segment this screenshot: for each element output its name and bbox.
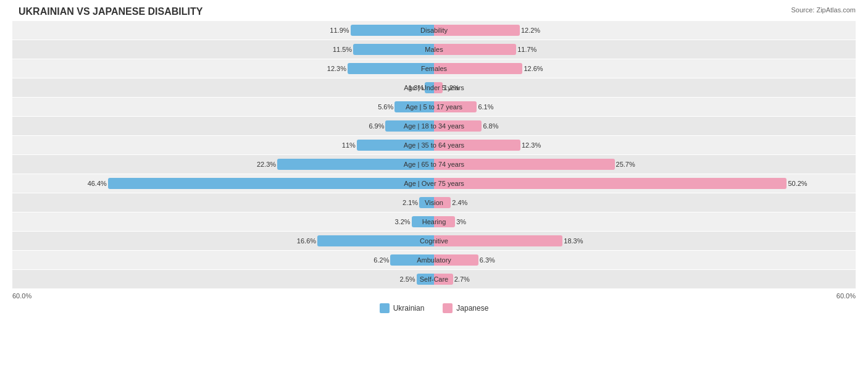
table-row: Age | 5 to 17 years 5.6% 6.1% xyxy=(12,98,856,116)
bar-pink xyxy=(434,44,516,55)
legend-ukrainian: Ukrainian xyxy=(380,303,425,313)
legend-color-japanese xyxy=(443,303,453,313)
table-row: Disability 11.9% 12.2% xyxy=(12,21,856,40)
table-row: Self-Care 2.5% 2.7% xyxy=(12,270,856,288)
val-ukrainian: 11.9% xyxy=(330,27,349,34)
bar-blue xyxy=(277,159,434,170)
chart-container: UKRAINIAN VS JAPANESE DISABILITY Source:… xyxy=(0,0,868,378)
val-japanese: 1.2% xyxy=(444,84,459,91)
axis-bottom: 60.0% 60.0% xyxy=(12,290,856,300)
val-japanese: 2.4% xyxy=(452,199,467,206)
val-japanese: 18.3% xyxy=(564,237,583,245)
axis-left-label: 60.0% xyxy=(12,292,31,300)
bar-pink xyxy=(434,254,478,266)
bar-pink xyxy=(434,159,615,170)
bar-pink xyxy=(434,82,443,93)
bar-pink xyxy=(434,63,522,74)
val-japanese: 12.2% xyxy=(521,27,540,34)
val-japanese: 25.7% xyxy=(616,161,635,168)
bar-pink xyxy=(434,101,477,112)
bar-blue xyxy=(394,101,434,112)
bar-pink xyxy=(434,140,520,151)
val-ukrainian: 1.3% xyxy=(408,84,424,91)
bar-pink xyxy=(434,178,787,189)
legend: Ukrainian Japanese xyxy=(12,303,856,313)
val-japanese: 6.8% xyxy=(483,122,498,130)
val-japanese: 12.6% xyxy=(524,65,543,72)
bar-blue xyxy=(419,197,434,208)
bar-pink xyxy=(434,274,453,285)
val-ukrainian: 12.3% xyxy=(327,65,346,72)
chart-source: Source: ZipAtlas.com xyxy=(791,6,856,14)
table-row: Age | Over 75 years 46.4% 50.2% xyxy=(12,174,856,193)
table-row: Age | Under 5 years 1.3% 1.2% xyxy=(12,78,856,97)
chart-title: UKRAINIAN VS JAPANESE DISABILITY xyxy=(12,6,856,17)
table-row: Females 12.3% 12.6% xyxy=(12,59,856,78)
val-japanese: 50.2% xyxy=(788,180,807,187)
val-japanese: 2.7% xyxy=(454,275,470,283)
legend-label-japanese: Japanese xyxy=(456,304,488,313)
bar-blue xyxy=(353,44,434,55)
val-ukrainian: 11.5% xyxy=(333,46,352,53)
bar-blue xyxy=(412,216,434,227)
legend-color-ukrainian xyxy=(380,303,390,313)
val-japanese: 12.3% xyxy=(522,141,541,149)
bar-blue xyxy=(108,178,434,189)
table-row: Cognitive 16.6% 18.3% xyxy=(12,232,856,250)
val-ukrainian: 11% xyxy=(342,141,356,149)
val-ukrainian: 46.4% xyxy=(88,180,107,187)
table-row: Vision 2.1% 2.4% xyxy=(12,193,856,212)
table-row: Ambulatory 6.2% 6.3% xyxy=(12,251,856,269)
bar-blue xyxy=(348,63,434,74)
val-japanese: 6.3% xyxy=(480,256,495,264)
axis-right-label: 60.0% xyxy=(837,292,856,300)
bar-blue xyxy=(390,254,434,266)
val-ukrainian: 3.2% xyxy=(395,218,411,225)
bar-blue xyxy=(425,82,434,93)
bar-pink xyxy=(434,235,562,246)
bar-blue xyxy=(357,140,434,151)
bar-pink xyxy=(434,120,482,132)
chart-rows: Disability 11.9% 12.2% Males 11.5% 11.7%… xyxy=(12,21,856,288)
table-row: Age | 65 to 74 years 22.3% 25.7% xyxy=(12,155,856,174)
table-row: Males 11.5% 11.7% xyxy=(12,40,856,59)
bar-blue xyxy=(417,274,434,285)
bar-blue xyxy=(317,235,434,246)
val-ukrainian: 6.2% xyxy=(373,256,389,264)
val-ukrainian: 2.1% xyxy=(403,199,418,206)
val-ukrainian: 22.3% xyxy=(257,161,276,168)
val-japanese: 11.7% xyxy=(517,46,536,53)
val-ukrainian: 2.5% xyxy=(399,275,415,283)
bar-blue xyxy=(351,25,434,36)
table-row: Hearing 3.2% 3% xyxy=(12,212,856,231)
val-ukrainian: 16.6% xyxy=(297,237,316,245)
val-ukrainian: 5.6% xyxy=(378,103,393,111)
bar-pink xyxy=(434,216,455,227)
legend-japanese: Japanese xyxy=(443,303,488,313)
val-japanese: 6.1% xyxy=(478,103,493,111)
table-row: Age | 35 to 64 years 11% 12.3% xyxy=(12,136,856,154)
val-ukrainian: 6.9% xyxy=(369,122,384,130)
table-row: Age | 18 to 34 years 6.9% 6.8% xyxy=(12,117,856,135)
legend-label-ukrainian: Ukrainian xyxy=(393,304,425,313)
bar-blue xyxy=(385,120,434,132)
bar-pink xyxy=(434,25,520,36)
val-japanese: 3% xyxy=(456,218,466,225)
bar-pink xyxy=(434,197,451,208)
